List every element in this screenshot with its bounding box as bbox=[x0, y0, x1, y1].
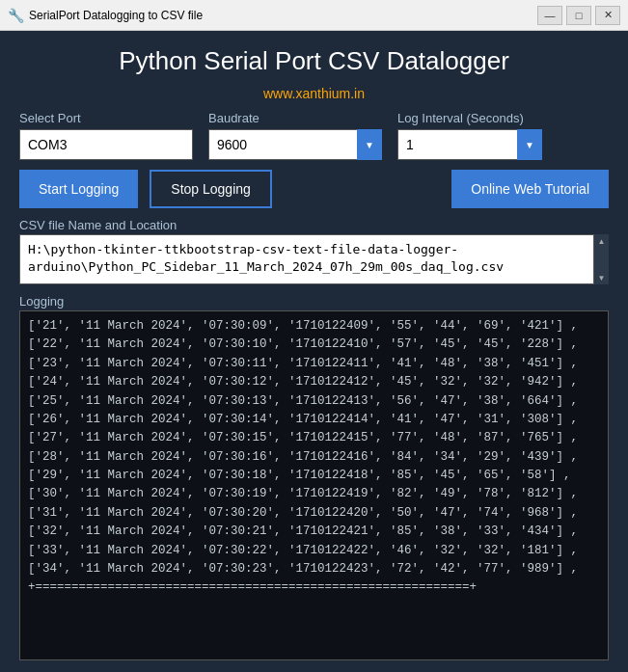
baudrate-select-wrapper: 9600 4800 19200 38400 57600 115200 ▼ bbox=[208, 129, 382, 160]
file-label: CSV file Name and Location bbox=[19, 218, 609, 232]
buttons-row: Start Logging Stop Logging Online Web Tu… bbox=[19, 170, 609, 208]
start-logging-button[interactable]: Start Logging bbox=[19, 170, 138, 208]
close-button[interactable]: ✕ bbox=[595, 6, 620, 25]
log-label: Logging bbox=[19, 294, 609, 309]
scroll-up-arrow[interactable]: ▲ bbox=[594, 234, 609, 248]
interval-select[interactable]: 1 2 5 10 30 60 bbox=[397, 129, 542, 160]
baudrate-label: Baudrate bbox=[208, 111, 382, 125]
port-input[interactable] bbox=[19, 129, 193, 160]
interval-select-wrapper: 1 2 5 10 30 60 ▼ bbox=[397, 129, 542, 160]
log-output[interactable]: ['21', '11 March 2024', '07:30:09', '171… bbox=[19, 310, 609, 660]
scroll-down-arrow[interactable]: ▼ bbox=[594, 271, 609, 284]
baudrate-select[interactable]: 9600 4800 19200 38400 57600 115200 bbox=[208, 129, 382, 160]
file-section: CSV file Name and Location ▲ ▼ bbox=[19, 218, 609, 284]
file-path-input[interactable] bbox=[19, 234, 609, 284]
online-tutorial-button[interactable]: Online Web Tutorial bbox=[451, 170, 609, 208]
interval-label: Log Interval (Seconds) bbox=[397, 111, 542, 125]
titlebar: 🔧 SerialPort Datalogging to CSV file — □… bbox=[0, 0, 628, 31]
main-content: Python Serial Port CSV Datalogger www.xa… bbox=[0, 31, 628, 672]
window-controls: — □ ✕ bbox=[537, 6, 620, 25]
baudrate-group: Baudrate 9600 4800 19200 38400 57600 115… bbox=[208, 111, 382, 160]
file-scrollbar: ▲ ▼ bbox=[593, 234, 609, 284]
interval-group: Log Interval (Seconds) 1 2 5 10 30 60 ▼ bbox=[397, 111, 542, 160]
app-title: Python Serial Port CSV Datalogger bbox=[19, 46, 609, 76]
port-label: Select Port bbox=[19, 111, 193, 125]
scroll-track bbox=[594, 248, 609, 271]
log-section: Logging ['21', '11 March 2024', '07:30:0… bbox=[19, 294, 609, 660]
app-icon: 🔧 bbox=[8, 8, 23, 23]
stop-logging-button[interactable]: Stop Logging bbox=[150, 170, 272, 208]
maximize-button[interactable]: □ bbox=[566, 6, 591, 25]
form-row: Select Port Baudrate 9600 4800 19200 384… bbox=[19, 111, 609, 160]
titlebar-title: SerialPort Datalogging to CSV file bbox=[29, 9, 537, 22]
app-subtitle: www.xanthium.in bbox=[19, 86, 609, 101]
port-group: Select Port bbox=[19, 111, 193, 160]
minimize-button[interactable]: — bbox=[537, 6, 562, 25]
